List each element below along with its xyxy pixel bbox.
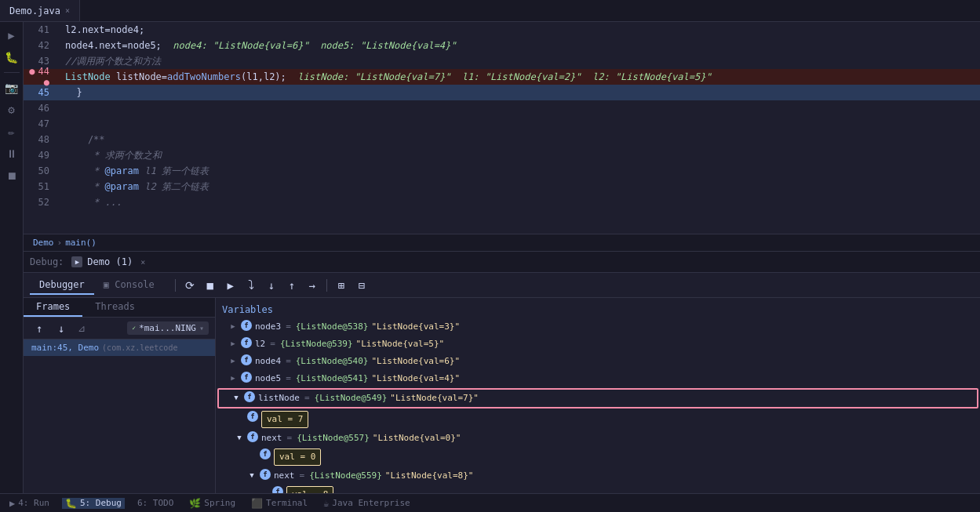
variables-panel: Variables ▶ f node3 = {ListNode@538} "Li… <box>216 298 980 493</box>
code-line-45: 45 } <box>24 85 980 100</box>
status-run-label: 4: Run <box>18 498 49 508</box>
code-line-43: 43 //调用两个数之和方法 <box>24 53 980 69</box>
var-row-node3[interactable]: ▶ f node3 = {ListNode@538} "ListNode{val… <box>216 318 980 336</box>
thread-selector[interactable]: ✓ *mai...NING ▾ <box>127 321 209 335</box>
status-run[interactable]: ▶ 4: Run <box>6 498 53 509</box>
btn-run-cursor[interactable]: → <box>303 276 322 295</box>
frame-location: (com.xz.leetcode <box>102 343 177 352</box>
debug-tab-close-icon[interactable]: × <box>140 258 145 267</box>
frames-filter-btn[interactable]: ⊿ <box>74 321 89 336</box>
status-terminal-label: Terminal <box>266 498 308 508</box>
tab-close-icon[interactable]: × <box>65 6 70 15</box>
frame-item-main[interactable]: main:45, Demo (com.xz.leetcode <box>24 340 215 356</box>
frames-toolbar: ↑ ↓ ⊿ ✓ *mai...NING ▾ <box>24 318 215 340</box>
variables-header: Variables <box>216 301 980 318</box>
var-row-node5[interactable]: ▶ f node5 = {ListNode@541} "ListNode{val… <box>216 370 980 387</box>
status-todo-label: 6: TODO <box>137 498 173 508</box>
tab-frames[interactable]: Frames <box>24 298 82 317</box>
toolbar-sep-2 <box>326 279 327 292</box>
toolbar-sep-1 <box>175 279 176 292</box>
status-java-enterprise-label: Java Enterprise <box>332 498 410 508</box>
activity-camera-btn[interactable]: 📷 <box>2 78 22 98</box>
code-line-49: 49 * 求两个数之和 <box>24 147 980 163</box>
var-icon-val-8: f <box>272 486 283 493</box>
thread-status-dot: ✓ <box>132 325 136 332</box>
frame-name: main:45, Demo <box>31 343 99 353</box>
expand-l2[interactable]: ▶ <box>228 337 238 350</box>
var-icon-next-559: f <box>260 469 271 480</box>
btn-step-into[interactable]: ↓ <box>262 276 281 295</box>
var-row-next-557[interactable]: ▼ f next = {ListNode@557} "ListNode{val=… <box>216 430 980 447</box>
code-line-44: 44 ● ListNode listNode=addTwoNumbers(l1,… <box>24 69 980 85</box>
expand-val-8 <box>260 486 269 493</box>
var-icon-node3: f <box>241 320 252 331</box>
btn-resume[interactable]: ▶ <box>221 276 240 295</box>
expand-val-7 <box>235 411 244 423</box>
var-row-val-0[interactable]: f val = 0 <box>216 447 980 467</box>
debug-session-name: Demo (1) <box>87 256 133 267</box>
var-row-next-559[interactable]: ▼ f next = {ListNode@559} "ListNode{val=… <box>216 467 980 485</box>
status-debug[interactable]: 🐛 5: Debug <box>62 498 125 509</box>
status-spring[interactable]: 🌿 Spring <box>186 498 239 509</box>
frames-down-btn[interactable]: ↓ <box>52 319 71 338</box>
activity-edit-btn[interactable]: ✏ <box>2 122 22 142</box>
debug-bar: Debug: ▶ Demo (1) × <box>24 251 980 273</box>
var-row-val-8[interactable]: f val = 8 <box>216 485 980 493</box>
btn-restore[interactable]: ⊟ <box>352 276 371 295</box>
var-icon-node4: f <box>241 354 252 365</box>
var-row-node4[interactable]: ▶ f node4 = {ListNode@540} "ListNode{val… <box>216 353 980 370</box>
btn-step-over[interactable]: ⤵ <box>242 276 260 295</box>
breadcrumb-part-2: main() <box>65 238 97 248</box>
var-icon-node5: f <box>241 372 252 383</box>
activity-bar: ▶ 🐛 📷 ⚙ ✏ ⏸ ⏹ <box>0 22 24 493</box>
var-icon-next-557: f <box>247 431 258 442</box>
expand-next-559[interactable]: ▼ <box>247 469 257 481</box>
var-row-l2[interactable]: ▶ f l2 = {ListNode@539} "ListNode{val=5}… <box>216 336 980 353</box>
debug-session-tab[interactable]: ▶ Demo (1) × <box>71 256 145 267</box>
activity-run-btn[interactable]: ▶ <box>2 25 22 45</box>
demo-java-tab[interactable]: Demo.java × <box>0 0 80 21</box>
btn-stop[interactable]: ■ <box>201 276 220 295</box>
frames-up-btn[interactable]: ↑ <box>30 319 49 338</box>
var-row-listNode[interactable]: ▼ f listNode = {ListNode@549} "ListNode{… <box>217 388 978 409</box>
tab-console[interactable]: ▣ Console <box>94 276 164 295</box>
expand-listNode[interactable]: ▼ <box>231 391 241 404</box>
expand-next-557[interactable]: ▼ <box>235 431 244 444</box>
code-editor: 41 l2.next=node4; 42 node4.next=node5; n… <box>24 22 980 234</box>
code-line-41: 41 l2.next=node4; <box>24 22 980 38</box>
status-todo[interactable]: 6: TODO <box>134 498 177 508</box>
thread-dropdown-icon[interactable]: ▾ <box>199 324 204 332</box>
status-spring-label: Spring <box>204 498 235 508</box>
code-line-47: 47 <box>24 116 980 132</box>
var-icon-l2: f <box>241 337 252 348</box>
tab-threads[interactable]: Threads <box>82 298 148 317</box>
btn-step-out[interactable]: ↑ <box>282 276 301 295</box>
btn-rerun[interactable]: ⟳ <box>180 276 199 295</box>
code-line-42: 42 node4.next=node5; node4: "ListNode{va… <box>24 38 980 53</box>
activity-pause-btn[interactable]: ⏸ <box>2 143 22 164</box>
expand-node5[interactable]: ▶ <box>228 372 238 384</box>
expand-node4[interactable]: ▶ <box>228 354 238 367</box>
thread-name: *mai...NING <box>139 323 196 333</box>
activity-settings-btn[interactable]: ⚙ <box>2 100 22 120</box>
breadcrumb-part-1: Demo <box>33 238 54 248</box>
code-line-52: 52 * ... <box>24 194 980 210</box>
expand-node3[interactable]: ▶ <box>228 320 238 332</box>
debug-label: Debug: <box>30 256 64 267</box>
btn-watches[interactable]: ⊞ <box>332 276 351 295</box>
status-java-enterprise[interactable]: ☕ Java Enterprise <box>320 498 413 509</box>
var-icon-val-0: f <box>260 448 271 459</box>
code-line-50: 50 * @param l1 第一个链表 <box>24 163 980 179</box>
status-bar: ▶ 4: Run 🐛 5: Debug 6: TODO 🌿 Spring ⬛ T… <box>0 493 980 512</box>
expand-val-0 <box>247 448 257 461</box>
status-terminal[interactable]: ⬛ Terminal <box>248 498 311 509</box>
activity-stop-btn[interactable]: ⏹ <box>2 165 22 186</box>
debug-toolbar: Debugger ▣ Console ⟳ ■ ▶ ⤵ ↓ ↑ → ⊞ ⊟ <box>24 273 980 298</box>
var-row-val-7[interactable]: f val = 7 <box>216 409 980 430</box>
debug-session-icon: ▶ <box>71 256 82 267</box>
frames-panel: Frames Threads ↑ ↓ ⊿ ✓ *mai...NING <box>24 298 216 493</box>
status-debug-label: 5: Debug <box>80 498 122 508</box>
tab-debugger[interactable]: Debugger <box>30 276 94 295</box>
activity-debug-btn[interactable]: 🐛 <box>2 47 22 67</box>
debug-panel: Frames Threads ↑ ↓ ⊿ ✓ *mai...NING <box>24 298 980 493</box>
